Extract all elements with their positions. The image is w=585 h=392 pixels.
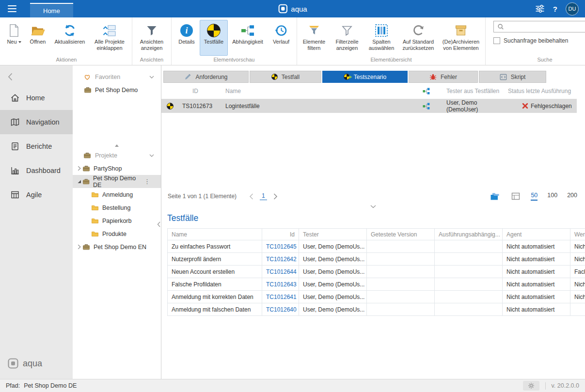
projects-header[interactable]: Projekte (73, 149, 161, 162)
page-size-50[interactable]: 50 (531, 192, 538, 201)
panel-title: Testfälle (167, 213, 585, 223)
testcase-link[interactable]: TC1012640 (262, 303, 299, 316)
column-header-id[interactable]: ID (179, 88, 223, 94)
table-row[interactable]: Anmeldung mit falschen Daten TC1012640 U… (168, 303, 585, 316)
folder-icon (91, 218, 99, 224)
ribbon-group-elementvorschau: i Details Testfälle Abhängigkeit Verlauf… (172, 17, 297, 65)
tab-fehler[interactable]: Fehler (409, 71, 478, 83)
connections-icon[interactable] (535, 5, 545, 13)
aktualisieren-button[interactable]: Aktualisieren (50, 20, 89, 56)
sidebar-item-agile[interactable]: Agile (0, 183, 73, 207)
column-header-dependency[interactable]: Ausführungsabhängig... (435, 229, 503, 240)
sidebar-collapse-button[interactable] (0, 65, 73, 86)
page-size-selector: 50 100 200 (531, 192, 577, 201)
filterzeile-anzeigen-button[interactable]: Filterzeile anzeigen (329, 20, 365, 56)
current-page-number[interactable]: 1 (260, 192, 267, 200)
tree-item-partyshop[interactable]: PartyShop (73, 162, 161, 175)
tab-anforderung[interactable]: Anforderung (163, 71, 249, 83)
page-size-200[interactable]: 200 (567, 192, 577, 201)
column-header-name[interactable]: Name (168, 229, 262, 240)
keep-search-checkbox[interactable] (493, 37, 500, 44)
table-row-ts1012673[interactable]: TS1012673 Logintestfälle User, Demo (Dem… (161, 99, 577, 113)
sidebar-item-berichte[interactable]: Berichte (0, 134, 73, 158)
column-header-hierarchy[interactable] (416, 88, 436, 94)
column-header-version[interactable]: Getestete Version (367, 229, 435, 240)
column-header-tester[interactable]: Tester aus Testfällen (436, 88, 508, 94)
search-box (493, 21, 585, 32)
alle-projekte-einklappen-button[interactable]: Alle Projekte einklappen (89, 20, 130, 56)
help-icon[interactable]: ? (553, 5, 557, 13)
tree-item-pet-shop-demo-de[interactable]: Pet Shop Demo DE ⋮ (73, 175, 161, 188)
details-button[interactable]: i Details (174, 20, 200, 56)
sidebar-item-dashboard[interactable]: Dashboard (0, 158, 73, 183)
tree-item-produkte[interactable]: Produkte (73, 227, 161, 240)
table-row[interactable]: Zu einfaches Passwort TC1012645 User, De… (168, 240, 585, 253)
table-row[interactable]: Falsche Profildaten TC1012643 User, Demo… (168, 278, 585, 291)
testcase-link[interactable]: TC1012642 (262, 253, 299, 266)
page-size-100[interactable]: 100 (547, 192, 557, 201)
tab-skript[interactable]: Skript (479, 71, 546, 83)
ansichten-anzeigen-button[interactable]: Ansichten anzeigen (134, 20, 169, 56)
verlauf-button[interactable]: Verlauf (268, 20, 295, 56)
auf-standard-zuruecksetzen-button[interactable]: Auf Standard zurücksetzen (398, 20, 439, 56)
testcase-link[interactable]: TC1012645 (262, 240, 299, 253)
oeffnen-button[interactable]: Öffnen (25, 20, 50, 56)
column-header-tester[interactable]: Tester (299, 229, 367, 240)
table-row[interactable]: Nutzerprofil ändern TC1012642 User, Demo… (168, 253, 585, 266)
favorites-header[interactable]: Favoriten (73, 70, 161, 83)
table-row[interactable]: Neuen Account erstellen TC1012644 User, … (168, 266, 585, 278)
column-header-name[interactable]: Name (223, 88, 416, 94)
user-avatar[interactable]: DU (566, 2, 579, 16)
next-page-button[interactable] (273, 193, 278, 200)
folder-view-toggle-icon[interactable] (490, 192, 501, 201)
abhaengigkeit-button[interactable]: Abhängigkeit (228, 20, 268, 56)
testcase-link[interactable]: TC1012644 (262, 266, 299, 278)
column-header-status[interactable]: Status letzte Ausführung (508, 88, 577, 94)
gear-icon (527, 382, 535, 390)
tree-item-papierkorb[interactable]: Papierkorb (73, 214, 161, 227)
expand-collapsed-icon[interactable] (76, 166, 82, 171)
column-header-wer[interactable]: Wer (570, 229, 585, 240)
column-header-agent[interactable]: Agent (503, 229, 570, 240)
main-content: Anforderung Testfall Testszenario Fehler… (161, 65, 585, 379)
tree-splitter[interactable] (73, 142, 161, 149)
sidebar-item-label: Navigation (26, 118, 60, 126)
item-menu-kebab-icon[interactable]: ⋮ (144, 178, 150, 185)
chevron-down-icon[interactable] (149, 154, 154, 157)
testcase-link[interactable]: TC1012643 (262, 278, 299, 291)
chevron-down-icon[interactable] (149, 76, 154, 78)
ribbon-group-elementuebersicht: Elemente filtern Filterzeile anzeigen Sp… (297, 17, 486, 65)
tree-item-bestellung[interactable]: Bestellung (73, 201, 161, 214)
search-input[interactable] (506, 21, 585, 32)
tab-testfall[interactable]: Testfall (250, 71, 321, 83)
dropdown-caret-icon (18, 41, 21, 43)
table-row[interactable]: Anmeldung mit korrekten Daten TC1012641 … (168, 291, 585, 303)
requirement-pencil-icon (184, 73, 191, 80)
hamburger-menu-icon[interactable] (0, 0, 24, 17)
elemente-filtern-button[interactable]: Elemente filtern (299, 20, 329, 56)
sidebar-item-navigation[interactable]: Navigation (0, 110, 73, 134)
row-hierarchy[interactable] (416, 103, 436, 110)
column-header-id[interactable]: Id (262, 229, 299, 240)
neu-button[interactable]: Neu (3, 20, 25, 56)
expand-collapsed-icon[interactable] (76, 244, 82, 250)
prev-page-button[interactable] (249, 193, 253, 200)
spalten-auswaehlen-button[interactable]: Spalten auswählen (365, 20, 398, 56)
tree-item-anmeldung[interactable]: Anmeldung (73, 188, 161, 201)
favorite-item-pet-shop-demo[interactable]: Pet Shop Demo (73, 83, 161, 96)
sidebar-item-home[interactable]: Home (0, 86, 73, 110)
settings-gear-button[interactable] (523, 381, 539, 391)
tree-panel-collapse-arrow[interactable] (157, 221, 160, 227)
aqua-logo-gray-icon (7, 358, 19, 369)
testfaelle-button[interactable]: Testfälle (200, 20, 228, 56)
ribbon-group-suche: Suchanfrage beibehalten Suche (486, 17, 585, 65)
grouping-toggle-icon[interactable] (511, 192, 520, 200)
testcase-link[interactable]: TC1012641 (262, 291, 299, 303)
dearchivieren-button[interactable]: (De)Archivieren von Elementen (439, 20, 483, 56)
ribbon-tab-home[interactable]: Home (30, 3, 73, 17)
tree-item-pet-shop-demo-en[interactable]: Pet Shop Demo EN (73, 240, 161, 253)
expand-expanded-icon[interactable] (76, 179, 82, 184)
tab-testszenario[interactable]: Testszenario (322, 71, 408, 83)
preview-splitter[interactable] (161, 204, 585, 209)
sidebar-item-label: Berichte (26, 142, 52, 150)
